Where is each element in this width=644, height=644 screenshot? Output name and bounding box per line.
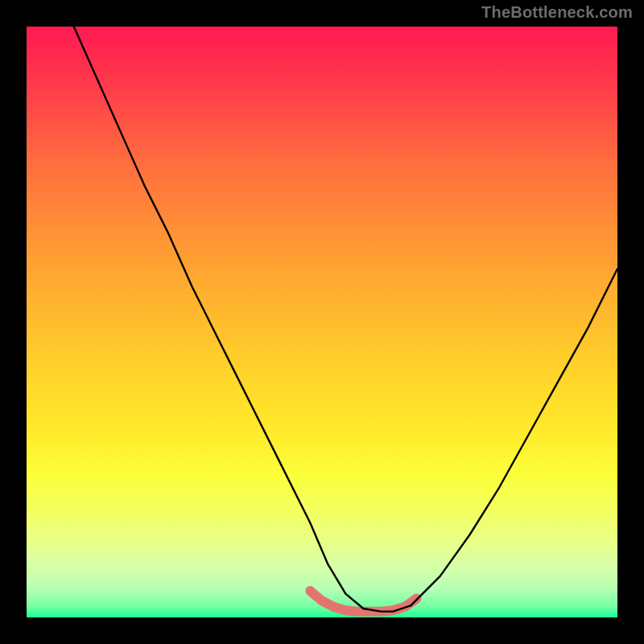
main-curve	[74, 27, 617, 612]
plot-area	[27, 27, 617, 617]
watermark: TheBottleneck.com	[481, 3, 633, 22]
curve-layer	[27, 27, 617, 617]
chart-frame: TheBottleneck.com	[0, 0, 644, 644]
